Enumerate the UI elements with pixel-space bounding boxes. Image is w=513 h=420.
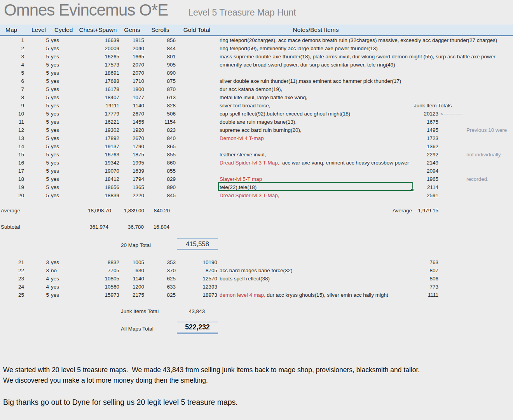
cell-cycled[interactable]: no — [50, 266, 76, 275]
cell-gems[interactable]: 1077 — [120, 93, 145, 102]
cell-junk-item-total[interactable]: 1965 — [414, 175, 439, 183]
cell-map-number[interactable]: 24 — [0, 283, 25, 291]
column-header-chest-spawn[interactable]: Chest+Spawn — [76, 26, 120, 33]
column-header-gold-total[interactable]: Gold Total — [176, 26, 218, 33]
cell-scrolls[interactable]: 829 — [145, 175, 176, 183]
cell-level[interactable]: 5 — [25, 93, 50, 102]
cell-gold-total[interactable]: 12393 — [176, 283, 218, 291]
cell-junk-item-total[interactable]: 2094 — [414, 167, 439, 175]
cell-map-number[interactable]: 1 — [0, 36, 25, 44]
cell-gems[interactable]: 1794 — [120, 175, 145, 183]
cell-chest-spawn[interactable]: 15973 — [76, 291, 120, 299]
cell-gems[interactable]: 1140 — [120, 102, 145, 110]
column-header-gems[interactable]: Gems — [120, 26, 145, 33]
cell-level[interactable]: 5 — [25, 134, 50, 142]
cell-gold-total[interactable] — [176, 93, 218, 102]
cell-gold-total[interactable] — [176, 183, 218, 191]
junk-average-value[interactable]: 1,979.15 — [407, 206, 438, 215]
fill-handle[interactable] — [411, 189, 414, 192]
cell-level[interactable]: 4 — [25, 283, 50, 291]
cell-scrolls[interactable]: 828 — [145, 102, 176, 110]
cell-chest-spawn[interactable]: 19137 — [76, 142, 120, 150]
cell-level[interactable]: 5 — [25, 175, 50, 183]
cell-gold-total[interactable] — [176, 85, 218, 93]
cell-notes[interactable] — [218, 167, 414, 175]
cell-gems[interactable]: 1365 — [120, 183, 145, 191]
cell-chest-spawn[interactable]: 16639 — [76, 36, 120, 44]
cell-cycled[interactable]: yes — [50, 134, 76, 142]
column-header-level[interactable]: Level — [25, 26, 50, 33]
cell-gold-total[interactable]: 10190 — [176, 258, 218, 266]
cell-map-number[interactable]: 15 — [0, 150, 25, 159]
cell-notes[interactable]: Dread Spider-lvl 3 T-Map, — [218, 191, 414, 200]
cell-notes[interactable]: leather sleeve invul, — [218, 150, 414, 159]
cell-notes[interactable]: silver double axe ruin thunder(11),mass … — [218, 77, 414, 85]
cell-scrolls[interactable]: 870 — [145, 85, 176, 93]
cell-chest-spawn[interactable]: 17688 — [76, 77, 120, 85]
cell-scrolls[interactable]: 506 — [145, 110, 176, 118]
cell-gold-total[interactable] — [176, 126, 218, 134]
cell-notes[interactable]: boots spell reflect(38) — [218, 275, 414, 283]
cell-scrolls[interactable]: 1154 — [145, 118, 176, 126]
cell-level[interactable]: 5 — [25, 167, 50, 175]
cell-map-number[interactable]: 21 — [0, 258, 25, 266]
cell-gems[interactable]: 1790 — [120, 142, 145, 150]
cell-chest-spawn[interactable]: 17779 — [76, 110, 120, 118]
cell-map-number[interactable]: 23 — [0, 275, 25, 283]
cell-junk-item-total[interactable]: 20123 — [414, 110, 439, 118]
cell-cycled[interactable]: yes — [50, 183, 76, 191]
cell-gems[interactable]: 2220 — [120, 191, 145, 200]
cell-scrolls[interactable]: 845 — [145, 191, 176, 200]
cell-gold-total[interactable] — [176, 150, 218, 159]
cell-map-number[interactable]: 22 — [0, 266, 25, 275]
cell-notes[interactable]: double axe ruin mages bane(13), — [218, 118, 414, 126]
subtotal-chest-value[interactable]: 361,974 — [70, 223, 108, 231]
cell-map-number[interactable]: 12 — [0, 126, 25, 134]
cell-notes[interactable]: acc bard mages bane force(32) — [218, 266, 414, 275]
cell-cycled[interactable]: yes — [50, 77, 76, 85]
cell-notes[interactable]: silver fort broad force, — [218, 102, 414, 110]
cell-level[interactable]: 5 — [25, 118, 50, 126]
cell-junk-item-total[interactable]: 1723 — [414, 134, 439, 142]
cell-scrolls[interactable]: 865 — [145, 142, 176, 150]
cell-junk-item-total[interactable] — [414, 36, 439, 44]
cell-level[interactable]: 5 — [25, 36, 50, 44]
cell-notes[interactable]: Demon-lvl 4 T-map — [218, 134, 414, 142]
cell-gems[interactable]: 1815 — [120, 36, 145, 44]
cell-level[interactable]: 5 — [25, 126, 50, 134]
cell-chest-spawn[interactable]: 19302 — [76, 126, 120, 134]
cell-notes[interactable]: supreme acc bard ruin burning(20), — [218, 126, 414, 134]
cell-junk-item-total[interactable]: 773 — [414, 283, 439, 291]
cell-scrolls[interactable]: 905 — [145, 61, 176, 69]
cell-gold-total[interactable]: 18973 — [176, 291, 218, 299]
cell-junk-item-total[interactable]: 1111 — [414, 291, 439, 299]
cell-level[interactable]: 5 — [25, 102, 50, 110]
cell-gems[interactable]: 1920 — [120, 126, 145, 134]
cell-junk-item-total[interactable]: 1362 — [414, 142, 439, 150]
cell-junk-item-total[interactable]: 1675 — [414, 118, 439, 126]
cell-map-number[interactable]: 3 — [0, 52, 25, 61]
cell-notes[interactable]: metal kite invul, large battle axe vanq, — [218, 93, 414, 102]
cell-cycled[interactable]: yes — [50, 102, 76, 110]
cell-scrolls[interactable]: 625 — [145, 275, 176, 283]
cell-level[interactable]: 4 — [25, 275, 50, 283]
junk-items-total-label[interactable]: Junk Items Total — [121, 307, 159, 315]
cell-level[interactable]: 5 — [25, 52, 50, 61]
cell-gems[interactable]: 1140 — [120, 275, 145, 283]
cell-gems[interactable]: 2070 — [120, 69, 145, 77]
cell-map-number[interactable]: 14 — [0, 142, 25, 150]
cell-notes[interactable] — [218, 283, 414, 291]
cell-gold-total[interactable] — [176, 142, 218, 150]
cell-level[interactable]: 5 — [25, 69, 50, 77]
cell-chest-spawn[interactable]: 10560 — [76, 283, 120, 291]
cell-map-number[interactable]: 20 — [0, 191, 25, 200]
cell-notes[interactable]: mass supreme double axe thunder(18), pla… — [218, 52, 414, 61]
cell-notes[interactable]: Dread Spider-lvl 3 T-Map, acc war axe va… — [218, 159, 414, 167]
cell-gold-total[interactable] — [176, 118, 218, 126]
column-header-scrolls[interactable]: Scrolls — [145, 26, 176, 33]
average-scrolls-value[interactable]: 840.20 — [139, 206, 170, 215]
cell-gems[interactable]: 1005 — [120, 258, 145, 266]
cell-map-number[interactable]: 11 — [0, 118, 25, 126]
cell-scrolls[interactable]: 353 — [145, 258, 176, 266]
cell-gems[interactable]: 1665 — [120, 52, 145, 61]
